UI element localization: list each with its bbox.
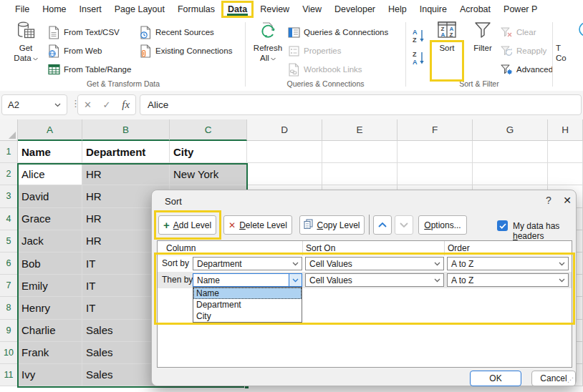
cell-B2[interactable]: HR [82,163,170,185]
column-header-G[interactable]: G [473,119,548,141]
move-up-button[interactable] [373,215,392,235]
delete-level-button[interactable]: ✕ Delete Level [223,215,292,235]
menu-tab-insert[interactable]: Insert [73,1,108,18]
column-header-F[interactable]: F [398,119,473,141]
menu-tab-developer[interactable]: Developer [328,1,382,18]
level-0-column-combo[interactable]: Department [193,257,302,270]
level-0-order-combo[interactable]: A to Z [447,257,569,270]
column-header-C[interactable]: C [170,119,247,141]
properties-button[interactable]: Properties [287,42,341,59]
cell-H2[interactable] [548,163,583,185]
from-text-csv-button[interactable]: From Text/CSV [47,24,120,41]
close-icon[interactable]: ✕ [560,195,574,206]
level-1-column-combo[interactable]: Name [193,273,302,287]
cell-A5[interactable]: Jack [18,230,82,253]
existing-connections-button[interactable]: Existing Connections [139,42,232,59]
dropdown-option-city[interactable]: City [193,310,302,322]
menu-tab-inquire[interactable]: Inquire [413,1,453,18]
row-header-1[interactable]: 1 [0,141,18,163]
cell-E2[interactable] [322,163,398,185]
level-1-sort-on-combo[interactable]: Cell Values [305,273,444,287]
row-header-4[interactable]: 4 [0,208,18,230]
menu-tab-power-p[interactable]: Power P [497,1,544,18]
resize-grip-icon[interactable]: ⋰ [567,377,573,383]
chevron-down-icon[interactable] [54,103,61,107]
menu-tab-view[interactable]: View [296,1,328,18]
dropdown-option-name[interactable]: Name [193,288,302,299]
sort-descending-button[interactable]: ZA [412,49,425,67]
column-header-E[interactable]: E [322,119,398,141]
column-header-D[interactable]: D [247,119,322,141]
menu-tab-file[interactable]: File [9,1,36,18]
from-web-button[interactable]: From Web [47,42,102,59]
cell-D2[interactable] [247,163,322,185]
recent-sources-button[interactable]: Recent Sources [139,24,214,41]
ok-button[interactable]: OK [470,371,521,386]
get-data-button[interactable]: Get Data [7,21,44,63]
cell-A9[interactable]: Charlie [18,320,82,342]
menu-tab-page-layout[interactable]: Page Layout [108,1,171,18]
insert-function-icon[interactable]: fx [118,99,134,111]
select-all-corner[interactable] [0,119,18,141]
row-header-9[interactable]: 9 [0,320,18,342]
column-header-A[interactable]: A [18,119,82,141]
row-header-10[interactable]: 10 [0,342,18,364]
cell-C2[interactable]: New York [170,163,247,185]
menu-tab-formulas[interactable]: Formulas [171,1,221,18]
row-header-2[interactable]: 2 [0,163,18,185]
name-box[interactable]: A2 [1,94,67,115]
level-1-order-combo[interactable]: A to Z [447,273,569,287]
row-header-6[interactable]: 6 [0,253,18,275]
add-level-button[interactable]: + Add Level [158,215,216,235]
row-header-7[interactable]: 7 [0,275,18,297]
level-0-column-combo-chevron[interactable] [289,258,302,270]
reapply-filter-button[interactable]: Reapply [500,42,546,59]
cell-A3[interactable]: David [18,185,82,207]
cell-A1[interactable]: Name [18,141,82,163]
move-down-button[interactable] [395,215,413,235]
level-1-column-combo-chevron[interactable] [289,274,302,286]
refresh-all-button[interactable]: Refresh All [250,21,286,63]
column-header-H[interactable]: H [548,119,583,141]
advanced-filter-button[interactable]: Advanced [500,61,553,78]
confirm-entry-icon[interactable]: ✓ [99,99,115,110]
level-1-order-combo-chevron[interactable] [556,274,568,286]
menu-tab-home[interactable]: Home [36,1,72,18]
cancel-entry-icon[interactable]: ✕ [80,99,95,110]
my-data-has-headers-checkbox[interactable] [497,220,508,231]
workbook-links-button[interactable]: Workbook Links [287,61,362,78]
row-header-8[interactable]: 8 [0,297,18,319]
row-header-5[interactable]: 5 [0,230,18,253]
sort-button[interactable]: ZAAZ Sort [432,21,462,53]
level-0-sort-on-combo[interactable]: Cell Values [305,257,444,270]
level-0-order-combo-chevron[interactable] [556,258,568,270]
row-header-3[interactable]: 3 [0,185,18,207]
level-0-sort-on-combo-chevron[interactable] [431,258,443,270]
from-table-range-button[interactable]: From Table/Range [47,61,131,78]
cell-G2[interactable] [473,163,548,185]
queries-connections-button[interactable]: Queries & Connections [287,24,388,41]
cell-F1[interactable] [398,141,473,163]
cell-D1[interactable] [247,141,322,163]
menu-tab-help[interactable]: Help [382,1,413,18]
cell-A11[interactable]: Ivy [18,364,82,386]
cell-A6[interactable]: Bob [18,253,82,275]
cell-F2[interactable] [398,163,473,185]
formula-input[interactable]: Alice [140,94,582,115]
help-icon[interactable]: ? [541,195,556,206]
cell-G1[interactable] [473,141,548,163]
column-header-B[interactable]: B [82,119,170,141]
menu-tab-data[interactable]: Data [221,1,254,18]
copy-level-button[interactable]: Copy Level [299,215,365,235]
cell-A7[interactable]: Emily [18,275,82,297]
dropdown-option-department[interactable]: Department [193,299,302,310]
cell-A8[interactable]: Henry [18,297,82,319]
cell-B1[interactable]: Department [82,141,170,163]
options-button[interactable]: Options... [418,215,467,235]
cell-E1[interactable] [322,141,398,163]
cell-A2[interactable]: Alice [18,163,82,185]
row-header-11[interactable]: 11 [0,364,18,386]
sort-ascending-button[interactable]: AZ [412,27,425,44]
filter-button[interactable]: Filter [467,21,498,53]
cell-H1[interactable] [548,141,583,163]
